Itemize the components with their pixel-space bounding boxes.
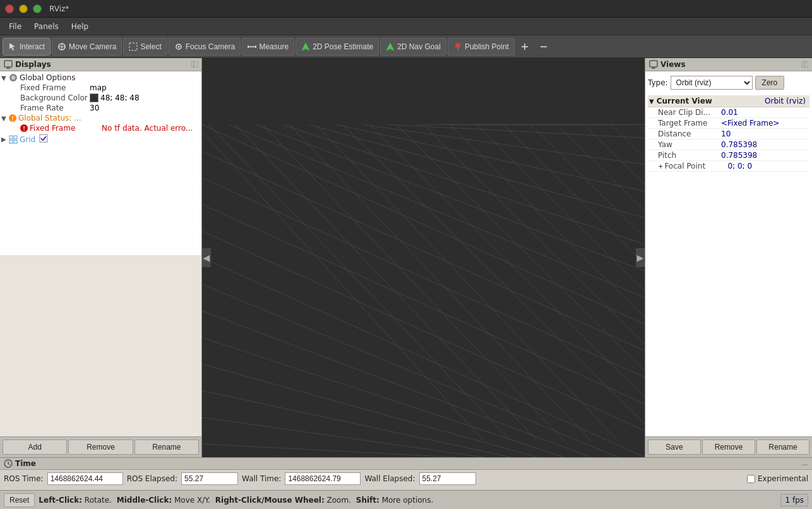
global-options-expand[interactable]: ▼: [1, 75, 9, 81]
views-row-near-clip[interactable]: Near Clip Di... 0.01: [648, 107, 809, 118]
views-row-distance[interactable]: Distance 10: [648, 129, 809, 140]
experimental-checkbox-row[interactable]: Experimental: [747, 474, 808, 483]
svg-point-23: [11, 76, 15, 80]
global-status-expand[interactable]: ▼: [1, 115, 9, 122]
focus-camera-button[interactable]: Focus Camera: [169, 38, 241, 56]
svg-rect-82: [802, 61, 808, 68]
views-type-row: Type: Orbit (rviz) Zero: [648, 74, 809, 92]
time-title: Time: [4, 459, 36, 468]
add-button[interactable]: Add: [3, 440, 67, 455]
global-options-label: Global Options: [20, 73, 75, 82]
svg-rect-79: [650, 61, 657, 67]
bg-color-swatch[interactable]: [90, 93, 99, 102]
ros-time-input[interactable]: [47, 472, 123, 485]
nav-goal-button[interactable]: 2D Nav Goal: [380, 38, 446, 56]
wall-elapsed-label: Wall Elapsed:: [364, 474, 415, 483]
frame-rate-value: 30: [90, 104, 99, 112]
svg-line-86: [8, 464, 10, 465]
bg-color-row[interactable]: Background Color 48; 48; 48: [0, 93, 201, 103]
displays-tree: ▼ Global Options Fixed Frame map Backgro…: [0, 71, 201, 255]
focal-point-expand-row[interactable]: + Focal Point: [658, 162, 727, 171]
time-icon: [4, 459, 13, 468]
views-type-select[interactable]: Orbit (rviz): [671, 76, 753, 90]
views-row-pitch[interactable]: Pitch 0.785398: [648, 150, 809, 161]
status-left-click-label: Left-Click: Rotate. Middle-Click: Move X…: [39, 496, 433, 505]
toolbar: Interact Move Camera Select Focus Camera…: [0, 35, 812, 58]
views-icon: [649, 60, 658, 69]
wall-time-input[interactable]: [285, 472, 361, 485]
views-rename-button[interactable]: Rename: [756, 440, 809, 455]
publish-point-icon: [453, 42, 462, 51]
views-content: Type: Orbit (rviz) Zero ▼ Current View O…: [645, 71, 812, 436]
panel-resize-icon[interactable]: [191, 61, 198, 68]
publish-point-button[interactable]: Publish Point: [448, 38, 515, 56]
frame-rate-row[interactable]: Frame Rate 30: [0, 103, 201, 113]
views-row-yaw[interactable]: Yaw 0.785398: [648, 140, 809, 150]
grid-expand[interactable]: ▶: [1, 136, 9, 143]
global-options-icon: [9, 73, 18, 82]
viewport-right-arrow[interactable]: ▶: [636, 248, 645, 267]
displays-buttons: Add Remove Rename: [0, 436, 201, 457]
svg-rect-33: [14, 136, 17, 139]
pitch-label: Pitch: [658, 151, 721, 160]
remove-button[interactable]: Remove: [68, 440, 133, 455]
viewport-left-arrow[interactable]: ◀: [202, 248, 211, 267]
views-tree: ▼ Current View Orbit (rviz) Near Clip Di…: [648, 95, 809, 172]
svg-text:!: !: [23, 126, 25, 132]
displays-icon: [4, 60, 13, 69]
views-zero-button[interactable]: Zero: [755, 76, 785, 90]
menu-help[interactable]: Help: [65, 20, 95, 33]
maximize-button[interactable]: [33, 4, 42, 13]
toolbar-minus[interactable]: [535, 40, 552, 54]
views-resize-icon[interactable]: [802, 61, 808, 68]
measure-button[interactable]: Measure: [242, 38, 294, 56]
rename-button[interactable]: Rename: [134, 440, 199, 455]
toolbar-plus[interactable]: [516, 40, 534, 54]
wall-elapsed-input[interactable]: [419, 472, 476, 485]
focal-point-label: Focal Point: [664, 162, 727, 171]
main-area: Displays ▼ Global Options: [0, 58, 812, 457]
views-row-target-frame[interactable]: Target Frame <Fixed Frame>: [648, 118, 809, 129]
views-remove-button[interactable]: Remove: [702, 440, 755, 455]
fps-badge: 1 fps: [780, 494, 808, 506]
app-title: RViz*: [49, 4, 69, 13]
plus-icon: [520, 42, 530, 52]
global-status-label: Global Status: ...: [18, 114, 81, 123]
pose-estimate-button[interactable]: 2D Pose Estimate: [296, 38, 379, 56]
fixed-frame-error-row[interactable]: ! Fixed Frame No tf data. Actual erro...: [0, 123, 201, 133]
near-clip-label: Near Clip Di...: [658, 108, 721, 117]
displays-title: Displays: [4, 60, 51, 69]
minimize-button[interactable]: [19, 4, 28, 13]
menu-file[interactable]: File: [3, 20, 28, 33]
yaw-value: 0.785398: [721, 140, 757, 149]
grid-row[interactable]: ▶ Grid: [0, 133, 201, 145]
target-frame-value: <Fixed Frame>: [721, 119, 779, 128]
nav-goal-icon: [386, 42, 395, 51]
statusbar: Reset Left-Click: Rotate. Middle-Click: …: [0, 490, 812, 509]
fixed-frame-value: map: [90, 83, 107, 92]
svg-point-12: [455, 43, 460, 48]
right-panel: Views Type: Orbit (rviz) Zero ▼ Current …: [645, 58, 812, 457]
global-options-row[interactable]: ▼ Global Options: [0, 73, 201, 83]
views-row-focal-point[interactable]: + Focal Point 0; 0; 0: [648, 161, 809, 172]
interact-button[interactable]: Interact: [3, 38, 51, 56]
time-panel-resize[interactable]: [802, 460, 808, 467]
ros-elapsed-input[interactable]: [181, 472, 238, 485]
views-save-button[interactable]: Save: [648, 440, 701, 455]
views-current-section[interactable]: ▼ Current View Orbit (rviz): [648, 95, 809, 107]
move-camera-button[interactable]: Move Camera: [52, 38, 122, 56]
reset-button[interactable]: Reset: [4, 493, 35, 507]
svg-rect-20: [191, 61, 198, 68]
global-status-row[interactable]: ▼ ! Global Status: ...: [0, 113, 201, 123]
fixed-frame-row[interactable]: Fixed Frame map: [0, 83, 201, 93]
svg-marker-0: [9, 43, 15, 51]
fixed-frame-error-value: No tf data. Actual erro...: [102, 124, 193, 133]
viewport[interactable]: ◀ ▶: [202, 58, 645, 457]
focal-point-expand[interactable]: +: [658, 163, 663, 170]
menu-panels[interactable]: Panels: [28, 20, 65, 33]
close-button[interactable]: [5, 4, 14, 13]
views-header: Views: [645, 58, 812, 71]
experimental-checkbox[interactable]: [747, 475, 755, 483]
select-button[interactable]: Select: [123, 38, 167, 56]
grid-checkbox[interactable]: [39, 134, 48, 145]
